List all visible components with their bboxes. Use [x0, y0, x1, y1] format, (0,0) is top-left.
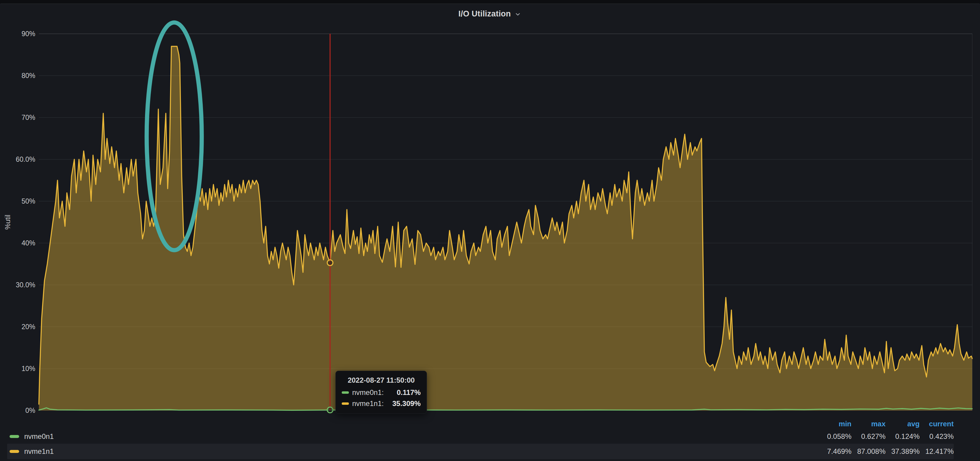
tooltip-series-value: 35.309% — [392, 399, 421, 408]
stat-current: 0.423% — [920, 432, 954, 441]
panel-header[interactable]: I/O Utilization — [0, 5, 980, 22]
hover-point-marker — [328, 260, 333, 265]
series-color-swatch — [10, 450, 19, 453]
chart-tooltip: 2022-08-27 11:50:00 nvme0n1: 0.117% nvme… — [336, 371, 427, 414]
tooltip-series-label: nvme0n1: — [352, 388, 383, 397]
y-axis-tick-label: 70% — [22, 114, 35, 121]
series-color-swatch — [342, 402, 349, 405]
panel-title[interactable]: I/O Utilization — [458, 9, 511, 19]
stat-min: 0.058% — [818, 432, 851, 441]
stat-min: 7.469% — [818, 447, 851, 456]
y-axis-tick-label: 60.0% — [16, 156, 35, 163]
stat-avg: 37.389% — [886, 447, 920, 456]
chevron-down-icon[interactable] — [514, 11, 522, 18]
tooltip-timestamp: 2022-08-27 11:50:00 — [342, 376, 421, 385]
series-area-nvme1n1 — [39, 46, 972, 410]
legend-sort-min[interactable]: min — [818, 420, 851, 428]
legend-series-label[interactable]: nvme0n1 — [24, 432, 54, 441]
stat-max: 87.008% — [851, 447, 886, 456]
series-color-swatch — [342, 391, 349, 394]
legend-header-row: min max avg current — [7, 418, 954, 429]
grafana-panel: I/O Utilization 0%10%20%30.0%40%50%60.0%… — [0, 0, 980, 461]
legend: min max avg current nvme0n1 0.058% 0.627… — [7, 418, 954, 459]
legend-series-label[interactable]: nvme1n1 — [24, 447, 54, 456]
y-axis-tick-label: 50% — [22, 197, 35, 205]
legend-sort-max[interactable]: max — [851, 420, 886, 428]
stat-max: 0.627% — [851, 432, 886, 441]
tooltip-row-nvme1n1: nvme1n1: 35.309% — [342, 399, 421, 408]
y-axis-tick-label: 0% — [25, 407, 35, 414]
tooltip-series-value: 0.117% — [397, 388, 421, 397]
series-color-swatch — [10, 435, 19, 438]
y-axis-tick-label: 40% — [22, 239, 35, 247]
legend-row-nvme1n1[interactable]: nvme1n1 7.469% 87.008% 37.389% 12.417% — [7, 444, 954, 459]
y-axis-tick-label: 30.0% — [16, 281, 35, 289]
y-axis-tick-label: 80% — [22, 72, 35, 79]
y-axis-tick-label: 10% — [22, 365, 35, 372]
legend-sort-avg[interactable]: avg — [886, 420, 920, 428]
legend-row-nvme0n1[interactable]: nvme0n1 0.058% 0.627% 0.124% 0.423% — [7, 429, 954, 444]
legend-series-nvme0n1[interactable]: nvme0n1 — [7, 432, 818, 441]
hover-point-marker — [328, 407, 333, 413]
stat-avg: 0.124% — [886, 432, 920, 441]
y-axis-title: %util — [4, 215, 12, 230]
stat-current: 12.417% — [920, 447, 954, 456]
y-axis-tick-label: 90% — [22, 30, 35, 38]
legend-series-nvme1n1[interactable]: nvme1n1 — [7, 447, 818, 456]
tooltip-row-nvme0n1: nvme0n1: 0.117% — [342, 388, 421, 397]
legend-sort-current[interactable]: current — [920, 420, 954, 428]
tooltip-series-label: nvme1n1: — [352, 399, 383, 408]
y-axis-tick-label: 20% — [22, 323, 35, 331]
io-utilization-chart[interactable]: 0%10%20%30.0%40%50%60.0%70%80%90%%util — [0, 0, 980, 461]
